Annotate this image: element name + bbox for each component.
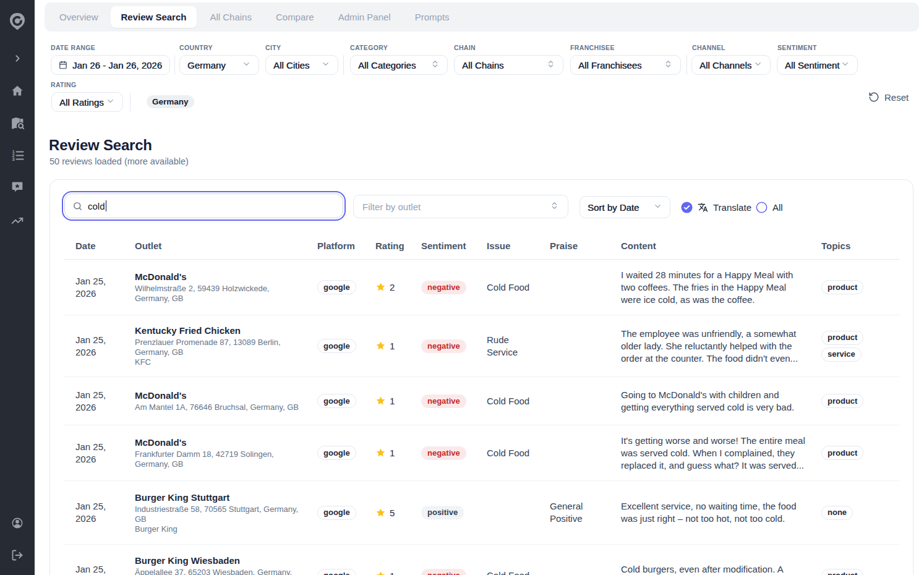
svg-text:3: 3 [12,156,15,162]
